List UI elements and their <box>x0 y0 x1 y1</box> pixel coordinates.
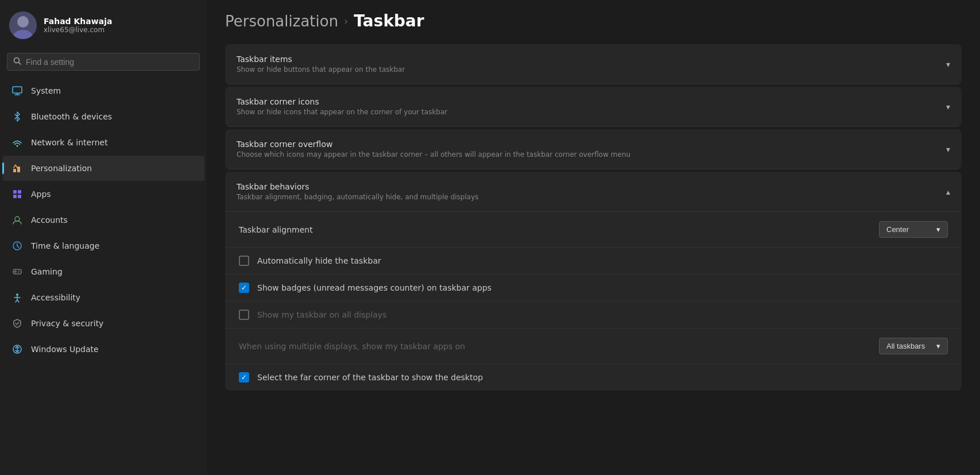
section-taskbar-behaviors-header[interactable]: Taskbar behaviors Taskbar alignment, bad… <box>225 172 962 212</box>
sidebar-label-bluetooth: Bluetooth & devices <box>31 112 112 121</box>
section-taskbar-items-header[interactable]: Taskbar items Show or hide buttons that … <box>225 44 962 84</box>
sidebar-item-accessibility[interactable]: Accessibility <box>2 285 204 310</box>
svg-rect-12 <box>18 190 21 194</box>
accessibility-icon <box>11 292 23 303</box>
taskbar-alignment-row: Taskbar alignment Center ▾ <box>225 212 962 248</box>
sidebar-item-time[interactable]: Time & language <box>2 233 204 258</box>
sidebar-item-gaming[interactable]: Gaming <box>2 259 204 284</box>
sidebar-label-system: System <box>31 86 61 95</box>
main-content: Personalization › Taskbar Taskbar items … <box>207 0 980 475</box>
apps-icon <box>11 188 23 200</box>
section-taskbar-items-title: Taskbar items <box>237 55 405 64</box>
section-taskbar-items-subtitle: Show or hide buttons that appear on the … <box>237 65 405 74</box>
multiple-displays-label: When using multiple displays, show my ta… <box>239 342 465 351</box>
chevron-down-icon: ▾ <box>946 145 950 154</box>
network-icon <box>11 137 23 148</box>
sidebar-label-accounts: Accounts <box>31 215 68 225</box>
section-title-group: Taskbar corner overflow Choose which ico… <box>237 140 630 159</box>
section-corner-icons-subtitle: Show or hide icons that appear on the co… <box>237 108 447 116</box>
user-info: Fahad Khawaja xlive65@live.com <box>44 17 112 34</box>
user-name: Fahad Khawaja <box>44 17 112 26</box>
sidebar-label-network: Network & internet <box>31 138 108 147</box>
svg-point-15 <box>15 217 20 221</box>
all-displays-checkbox[interactable] <box>239 310 249 320</box>
far-corner-checkbox[interactable] <box>239 372 249 383</box>
auto-hide-checkbox[interactable] <box>239 256 249 266</box>
sidebar-item-privacy[interactable]: Privacy & security <box>2 311 204 336</box>
svg-point-8 <box>17 145 18 147</box>
search-input[interactable] <box>26 57 193 67</box>
show-badges-checkbox[interactable] <box>239 283 249 293</box>
section-taskbar-corner-icons: Taskbar corner icons Show or hide icons … <box>225 87 962 127</box>
show-badges-row[interactable]: Show badges (unread messages counter) on… <box>225 275 962 302</box>
sidebar-item-bluetooth[interactable]: Bluetooth & devices <box>2 104 204 129</box>
chevron-up-icon: ▴ <box>946 187 950 196</box>
gaming-icon <box>11 266 23 277</box>
svg-rect-10 <box>17 167 20 172</box>
section-taskbar-behaviors: Taskbar behaviors Taskbar alignment, bad… <box>225 172 962 391</box>
far-corner-label: Select the far corner of the taskbar to … <box>257 373 483 382</box>
search-box[interactable] <box>7 53 200 71</box>
multiple-displays-dropdown[interactable]: All taskbars ▾ <box>879 338 948 354</box>
sidebar-item-network[interactable]: Network & internet <box>2 130 204 155</box>
user-profile: Fahad Khawaja xlive65@live.com <box>0 0 207 48</box>
section-taskbar-items: Taskbar items Show or hide buttons that … <box>225 44 962 84</box>
sidebar-label-time: Time & language <box>31 241 99 250</box>
section-behaviors-subtitle: Taskbar alignment, badging, automaticall… <box>237 193 479 201</box>
auto-hide-row[interactable]: Automatically hide the taskbar <box>225 248 962 275</box>
avatar <box>9 11 37 39</box>
taskbar-alignment-dropdown[interactable]: Center ▾ <box>879 221 948 238</box>
svg-rect-5 <box>13 87 22 93</box>
svg-rect-14 <box>18 195 21 198</box>
chevron-down-icon: ▾ <box>946 102 950 111</box>
svg-line-18 <box>17 246 19 248</box>
auto-hide-label: Automatically hide the taskbar <box>257 256 381 265</box>
svg-rect-11 <box>13 190 17 194</box>
svg-rect-13 <box>13 195 17 198</box>
section-title-group: Taskbar items Show or hide buttons that … <box>237 55 405 74</box>
section-title-group: Taskbar behaviors Taskbar alignment, bad… <box>237 182 479 201</box>
svg-line-4 <box>19 63 21 65</box>
sidebar-item-personalization[interactable]: Personalization <box>2 156 204 181</box>
chevron-down-icon: ▾ <box>946 60 950 69</box>
sidebar-label-accessibility: Accessibility <box>31 293 80 302</box>
update-icon <box>11 343 23 355</box>
sidebar-label-update: Windows Update <box>31 345 99 354</box>
sidebar-item-system[interactable]: System <box>2 78 204 103</box>
bluetooth-icon <box>11 111 23 122</box>
sidebar-item-apps[interactable]: Apps <box>2 181 204 207</box>
all-displays-row[interactable]: Show my taskbar on all displays <box>225 302 962 329</box>
section-title-group: Taskbar corner icons Show or hide icons … <box>237 97 447 116</box>
nav-list: System Bluetooth & devices Network & int… <box>0 78 207 475</box>
section-corner-overflow-subtitle: Choose which icons may appear in the tas… <box>237 150 630 159</box>
sidebar-label-personalization: Personalization <box>31 164 92 173</box>
breadcrumb-current: Taskbar <box>354 11 424 30</box>
search-icon <box>13 57 21 67</box>
system-icon <box>11 85 23 96</box>
section-taskbar-corner-icons-header[interactable]: Taskbar corner icons Show or hide icons … <box>225 87 962 127</box>
personalization-icon <box>11 163 23 174</box>
breadcrumb-separator: › <box>344 15 348 27</box>
sidebar-item-accounts[interactable]: Accounts <box>2 207 204 233</box>
section-taskbar-corner-overflow-header[interactable]: Taskbar corner overflow Choose which ico… <box>225 129 962 169</box>
user-email: xlive65@live.com <box>44 26 112 34</box>
all-displays-label: Show my taskbar on all displays <box>257 310 386 319</box>
svg-rect-9 <box>13 169 16 172</box>
show-badges-label: Show badges (unread messages counter) on… <box>257 283 491 292</box>
svg-point-23 <box>18 272 19 273</box>
sidebar: Fahad Khawaja xlive65@live.com System <box>0 0 207 475</box>
taskbar-alignment-label: Taskbar alignment <box>239 225 313 234</box>
section-taskbar-corner-overflow: Taskbar corner overflow Choose which ico… <box>225 129 962 169</box>
breadcrumb-parent: Personalization <box>225 13 338 30</box>
sidebar-label-gaming: Gaming <box>31 267 63 276</box>
svg-point-22 <box>18 271 20 272</box>
sidebar-item-update[interactable]: Windows Update <box>2 337 204 362</box>
time-icon <box>11 240 23 252</box>
section-corner-overflow-title: Taskbar corner overflow <box>237 140 630 149</box>
breadcrumb: Personalization › Taskbar <box>225 11 962 30</box>
far-corner-row[interactable]: Select the far corner of the taskbar to … <box>225 364 962 391</box>
privacy-icon <box>11 318 23 329</box>
chevron-down-icon: ▾ <box>936 225 940 234</box>
section-behaviors-body: Taskbar alignment Center ▾ Automatically… <box>225 212 962 391</box>
multiple-displays-value: All taskbars <box>886 342 925 350</box>
